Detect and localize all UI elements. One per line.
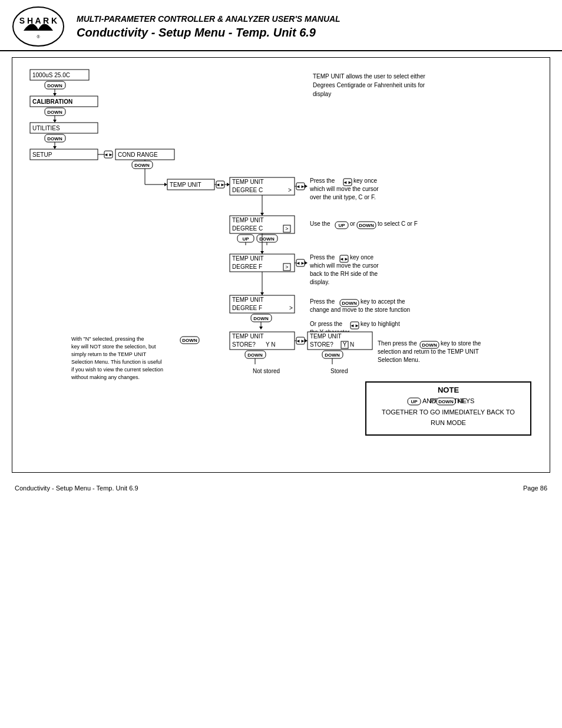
svg-text:DEGREE  C: DEGREE C [232,187,263,193]
svg-text:DOWN: DOWN [47,136,62,141]
svg-text:◄►: ◄► [296,338,305,344]
svg-text:UP: UP [411,399,418,404]
svg-marker-131 [305,339,308,342]
svg-text:key to highlight: key to highlight [361,321,400,327]
svg-text:TOGETHER TO GO IMMEDIATELY BAC: TOGETHER TO GO IMMEDIATELY BACK TO [382,409,515,416]
svg-text:key to store the: key to store the [441,340,481,347]
svg-marker-40 [227,183,230,186]
svg-text:Not stored: Not stored [253,368,280,374]
svg-text:DOWN: DOWN [247,353,263,358]
page-header: S H A R K ® MULTI-PARAMETER CONTROLLER &… [0,0,562,51]
svg-text:Degrees Centigrade or Fahrenhe: Degrees Centigrade or Fahrenheit units f… [313,82,425,88]
svg-text:over the unit type, C or F.: over the unit type, C or F. [310,194,376,200]
svg-text:Stored: Stored [330,368,348,374]
svg-text:DOWN: DOWN [325,353,340,358]
page-footer: Conductivity - Setup Menu - Temp. Unit 6… [0,479,562,498]
svg-point-0 [13,7,64,46]
svg-text:S H A R K: S H A R K [19,16,57,25]
svg-text:change and move to the store f: change and move to the store function [310,307,410,313]
svg-text:UP: UP [338,223,345,228]
svg-text:Press the: Press the [310,298,335,305]
footer-left: Conductivity - Setup Menu - Temp. Unit 6… [15,485,138,492]
svg-text:Selection Menu. This function : Selection Menu. This function is useful [71,359,161,365]
svg-text:DOWN: DOWN [47,110,62,115]
svg-text:TEMP UNIT: TEMP UNIT [232,297,264,303]
svg-text:Press the: Press the [310,177,335,184]
svg-text:◄►: ◄► [350,323,359,328]
svg-marker-85 [305,261,308,265]
svg-text:AND: AND [422,397,436,404]
svg-text:®: ® [37,35,40,39]
svg-marker-48 [305,185,308,188]
svg-text:With "N" selected, pressing th: With "N" selected, pressing the [71,336,144,342]
svg-text:DEGREE  F: DEGREE F [232,263,262,270]
svg-marker-7 [53,93,57,96]
svg-text:◄►: ◄► [339,256,349,262]
svg-text:CALIBRATION: CALIBRATION [32,98,72,105]
svg-text:if you wish to view the curren: if you wish to view the current selectio… [71,367,163,373]
svg-text:>: > [288,187,292,193]
svg-text:DEGREE  F: DEGREE F [232,305,262,311]
svg-text:STORE?: STORE? [310,341,333,348]
svg-text:Or press the: Or press the [310,321,342,327]
svg-text:>: > [285,264,288,270]
svg-text:key once: key once [350,254,373,261]
svg-text:TEMP UNIT: TEMP UNIT [310,333,342,340]
svg-text:SETUP: SETUP [32,151,52,158]
svg-marker-102 [259,327,263,330]
svg-text:DOWN: DOWN [359,223,374,228]
svg-marker-32 [164,183,167,186]
svg-text:DOWN: DOWN [259,236,275,242]
svg-text:DOWN: DOWN [253,316,269,321]
svg-text:DEGREE  C: DEGREE C [232,225,263,232]
svg-marker-94 [260,292,264,295]
svg-text:◄►: ◄► [296,261,305,266]
svg-text:Press the: Press the [310,254,335,261]
svg-text:NOTE: NOTE [438,386,459,394]
svg-text:Y: Y [343,341,347,348]
svg-text:Then press the: Then press the [378,340,417,347]
svg-marker-76 [260,251,264,254]
svg-text:DOWN: DOWN [422,342,437,348]
svg-text:DOWN: DOWN [47,83,62,88]
svg-text:DOWN: DOWN [342,301,357,306]
svg-text:>: > [285,226,288,232]
svg-marker-19 [53,146,57,149]
svg-text:UP: UP [242,236,249,242]
svg-text:TEMP UNIT: TEMP UNIT [170,182,201,188]
svg-text:KEYS: KEYS [457,397,474,404]
svg-text:UTILITIES: UTILITIES [32,125,60,131]
svg-text:N: N [350,341,354,348]
svg-text:Y  N: Y N [266,341,276,348]
shark-logo: S H A R K ® [12,6,65,47]
svg-text:key once: key once [353,177,377,184]
svg-text:without making any changes.: without making any changes. [71,374,140,380]
svg-text:Selection Menu.: Selection Menu. [378,357,420,363]
svg-text:back to the RH side of the: back to the RH side of the [310,271,378,277]
svg-text:key will NOT store the selecti: key will NOT store the selection, but [71,344,156,350]
footer-right: Page 86 [523,485,547,492]
svg-text:DOWN: DOWN [182,338,197,343]
svg-text:◄►: ◄► [343,180,352,185]
svg-text:TEMP UNIT: TEMP UNIT [232,255,264,262]
svg-text:Use the: Use the [310,220,330,227]
svg-text:which will move the cursor: which will move the cursor [309,186,379,192]
svg-text:DOWN: DOWN [438,399,454,404]
page-title: Conductivity - Setup Menu - Temp. Unit 6… [77,26,550,39]
svg-text:◄►: ◄► [216,182,225,187]
main-content: 1000uS 25.0C DOWN CALIBRATION DOWN UTILI… [12,57,550,473]
display-box: 1000uS 25.0C [32,72,70,78]
svg-text:>: > [289,305,293,311]
svg-text:TEMP UNIT: TEMP UNIT [232,217,264,223]
diagram-svg: 1000uS 25.0C DOWN CALIBRATION DOWN UTILI… [24,64,538,465]
svg-text:COND RANGE: COND RANGE [118,151,158,158]
svg-text:to select C or F: to select C or F [378,220,418,227]
svg-text:TEMP UNIT: TEMP UNIT [232,179,264,185]
svg-text:RUN MODE: RUN MODE [431,419,466,426]
manual-title: MULTI-PARAMETER CONTROLLER & ANALYZER US… [77,14,550,24]
svg-text:display.: display. [310,279,329,285]
svg-text:STORE?: STORE? [232,341,256,348]
svg-text:or: or [350,220,356,227]
header-text: MULTI-PARAMETER CONTROLLER & ANALYZER US… [77,14,550,39]
svg-text:DOWN: DOWN [134,163,150,168]
